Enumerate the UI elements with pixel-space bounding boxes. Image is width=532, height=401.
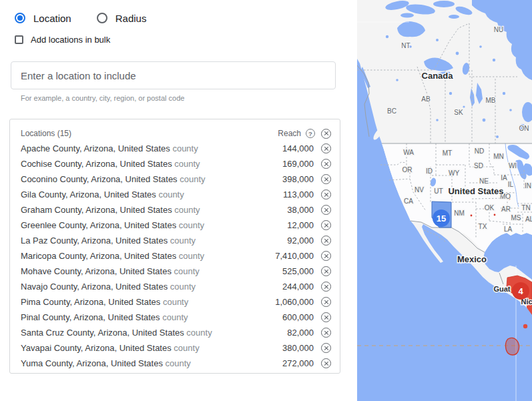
region-label-wa: WA [403,149,414,156]
location-name: Navajo County, Arizona, United States co… [21,282,282,292]
location-row: Yuma County, Arizona, United States coun… [21,356,331,371]
search-helper-text: For example, a country, city, region, or… [21,94,184,102]
location-reach: 1,060,000 [275,297,314,307]
remove-location-icon[interactable] [321,143,331,153]
region-label-la: LA [504,226,513,233]
region-label-sd: SD [474,162,483,169]
location-type: county [172,143,198,153]
location-reach: 38,000 [287,205,314,215]
location-reach: 272,000 [282,358,314,368]
location-reach: 7,410,000 [275,251,314,261]
location-reach: 92,000 [287,236,314,246]
checkbox-icon[interactable] [15,35,23,44]
location-name: Cochise County, Arizona, United States c… [21,159,282,169]
remove-location-icon[interactable] [321,236,331,246]
label-mexico: Mexico [457,254,487,264]
location-name: Pima County, Arizona, United States coun… [21,297,275,307]
location-name: Gila County, Arizona, United States coun… [21,189,283,199]
radio-radius-label: Radius [115,13,147,24]
region-label-ms: MS [511,214,521,222]
region-label-al: AL [525,216,532,223]
excluded-area-outline [505,338,519,355]
location-row: Yavapai County, Arizona, United States c… [21,340,331,356]
location-type: county [174,266,200,276]
location-reach: 144,000 [282,143,314,153]
remove-location-icon[interactable] [321,174,331,184]
location-type: county [179,251,204,261]
location-row: Santa Cruz County, Arizona, United State… [21,325,331,340]
region-label-ia: IA [501,174,507,181]
remove-location-icon[interactable] [321,312,331,322]
radio-location-label: Location [33,13,71,24]
map-canvas: NUNTBCABSKMBONWAMTNDMNORIDWYSDWINEIAILIN… [357,0,532,401]
location-name: La Paz County, Arizona, United States co… [21,236,287,246]
region-label-id: ID [426,167,433,175]
region-label-ut: UT [434,187,443,195]
remove-location-icon[interactable] [321,343,331,353]
location-row: Coconino County, Arizona, United States … [21,171,331,187]
region-label-on: ON [519,125,529,132]
region-label-nu: NU [494,26,503,33]
radio-selected-icon [15,13,25,23]
region-label-nt: NT [401,42,410,49]
region-label-ab: AB [421,95,431,103]
location-row: Navajo County, Arizona, United States co… [21,279,331,294]
region-label-ne: NE [479,177,489,185]
remove-location-icon[interactable] [321,358,331,368]
location-row: Maricopa County, Arizona, United States … [21,248,331,264]
region-label-nm: NM [454,210,465,217]
region-label-mt: MT [443,149,452,157]
region-label-ok: OK [485,204,495,212]
remove-all-locations-icon[interactable] [321,129,331,139]
location-reach: 600,000 [282,312,314,322]
reach-help-icon[interactable] [306,129,315,138]
remove-location-icon[interactable] [321,328,331,338]
location-row: Mohave County, Arizona, United States co… [21,264,331,279]
location-targeting-screen: Location Radius Add locations in bulk Fo… [0,0,532,401]
location-row: Graham County, Arizona, United States co… [21,202,331,218]
location-type: county [179,220,204,230]
excluded-cluster-badge[interactable]: 4 [512,282,529,300]
remove-location-icon[interactable] [321,266,331,276]
radio-unselected-icon [97,13,107,23]
remove-location-icon[interactable] [321,251,331,261]
bulk-locations-label: Add locations in bulk [31,35,110,45]
locations-list: Apache County, Arizona, United States co… [21,141,331,371]
remove-location-icon[interactable] [321,282,331,292]
bulk-locations-checkbox-row[interactable]: Add locations in bulk [15,35,110,45]
remove-location-icon[interactable] [321,220,331,230]
location-row: La Paz County, Arizona, United States co… [21,233,331,248]
location-type: county [163,297,188,307]
region-label-bc: BC [387,107,396,115]
remove-location-icon[interactable] [321,297,331,307]
location-search-input[interactable] [11,61,336,89]
location-reach: 12,000 [287,220,314,230]
target-mode-radio-group: Location Radius [15,11,146,25]
location-name: Mohave County, Arizona, United States co… [21,266,282,276]
selected-cluster-badge[interactable]: 15 [433,210,450,227]
radio-radius[interactable]: Radius [97,13,147,24]
remove-location-icon[interactable] [321,189,331,199]
remove-location-icon[interactable] [321,159,331,169]
location-type: county [170,282,196,292]
location-row: Pinal County, Arizona, United States cou… [21,310,331,325]
map[interactable]: NUNTBCABSKMBONWAMTNDMNORIDWYSDWINEIAILIN… [357,0,532,401]
location-name: Graham County, Arizona, United States co… [21,205,287,215]
region-label-tx: TX [479,223,487,230]
locations-card: Locations (15) Reach Apache County, Ariz… [9,119,340,374]
reach-column-label: Reach [278,129,301,138]
region-label-il: IL [508,181,514,188]
location-name: Maricopa County, Arizona, United States … [21,251,275,261]
location-row: Pima County, Arizona, United States coun… [21,294,331,310]
remove-location-icon[interactable] [321,205,331,215]
location-type: county [166,358,191,368]
locations-count-label: Locations (15) [21,129,278,138]
region-label-mb: MB [486,97,496,104]
location-reach: 244,000 [282,282,314,292]
region-label-wy: WY [449,169,459,177]
location-row: Gila County, Arizona, United States coun… [21,187,331,202]
label-united-states: United States [448,186,503,196]
region-label-nd: ND [475,147,484,155]
location-name: Pinal County, Arizona, United States cou… [21,312,282,322]
radio-location[interactable]: Location [15,13,71,24]
